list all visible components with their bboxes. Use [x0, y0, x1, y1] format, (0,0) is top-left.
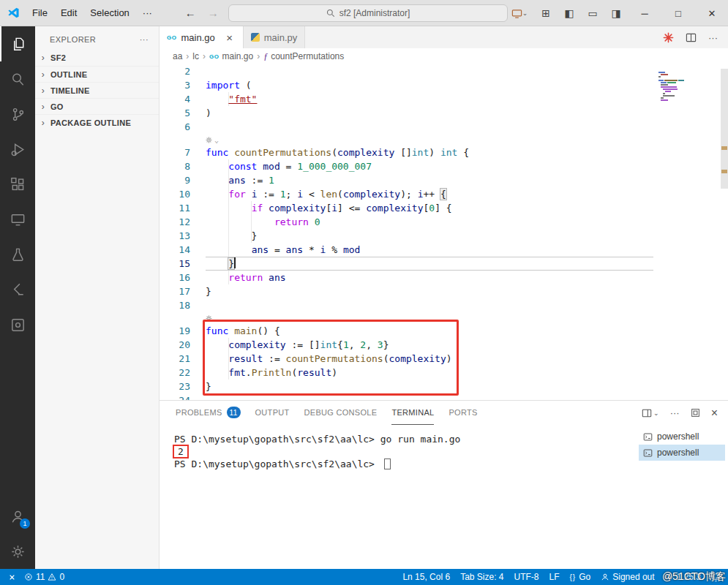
status-go-version[interactable]: 1.25.3 [665, 572, 701, 582]
code-line-3[interactable]: import ( [206, 78, 653, 92]
testing-icon[interactable] [0, 237, 35, 272]
sidebar-section-sf2[interactable]: ›SF2 [35, 50, 159, 66]
code-line-9[interactable]: ans := 1 [206, 173, 653, 187]
terminal-prompt: PS D:\mysetup\gopath\src\sf2\aa\lc> [174, 433, 375, 445]
panel-tab-debug-console[interactable]: DEBUG CONSOLE [304, 401, 378, 425]
panel-tab-problems[interactable]: PROBLEMS11 [176, 401, 241, 425]
status-label: UTF-8 [514, 572, 539, 582]
code-line-10[interactable]: for i := 1; i < len(complexity); i++ { [206, 187, 653, 201]
breadcrumb-separator: › [257, 51, 260, 61]
menu-selection[interactable]: Selection [83, 4, 135, 22]
sidebar-section-outline[interactable]: ›OUTLINE [35, 66, 159, 82]
tab-main.go[interactable]: GOmain.go× [160, 26, 244, 48]
code-line-7[interactable]: func countPermutations(complexity []int)… [206, 146, 653, 159]
panel-tab-ports[interactable]: PORTS [449, 401, 477, 425]
symbol-function-icon: ƒ [263, 51, 268, 62]
close-tab-icon[interactable]: × [224, 31, 236, 44]
code-line-18[interactable] [206, 298, 653, 312]
sidebar-section-timeline[interactable]: ›TIMELINE [35, 82, 159, 98]
overview-ruler-mark [721, 170, 727, 173]
sidebar-section-label: SF2 [50, 53, 66, 62]
code-line-17[interactable]: } [206, 284, 653, 298]
toggle-primary-sidebar-icon[interactable]: ◧ [558, 3, 580, 23]
panel-tab-output[interactable]: OUTPUT [255, 401, 290, 425]
more-actions-icon[interactable]: ··· [708, 32, 718, 43]
status-encoding[interactable]: UTF-8 [514, 572, 539, 582]
source-control-icon[interactable] [0, 97, 35, 132]
code-line-14[interactable]: ans = ans * i % mod [206, 243, 653, 257]
code-line-11[interactable]: if complexity[i] <= complexity[0] { [206, 201, 653, 215]
line-number: 13 [160, 229, 206, 243]
close-window-button[interactable]: ✕ [696, 0, 728, 26]
breadcrumb-item-countPermutations[interactable]: ƒcountPermutations [263, 51, 344, 62]
forward-icon[interactable]: → [202, 7, 225, 19]
status-language-mode[interactable]: {}Go [570, 572, 591, 582]
go-file-icon: GO [209, 53, 219, 60]
code-line-4[interactable]: "fmt" [206, 92, 653, 106]
code-line-15[interactable]: } [206, 257, 653, 271]
menu-edit[interactable]: Edit [54, 4, 83, 22]
status-accounts[interactable]: Signed out [601, 572, 654, 582]
code-editor[interactable]: 23import (4 "fmt"5)6⌄7func countPermutat… [160, 64, 728, 400]
status-indentation[interactable]: Tab Size: 4 [460, 572, 503, 582]
maximize-button[interactable]: □ [662, 0, 694, 26]
more-actions-icon[interactable]: ··· [670, 407, 680, 418]
code-line-13[interactable]: } [206, 229, 653, 243]
toggle-secondary-sidebar-icon[interactable]: ◨ [605, 3, 627, 23]
notifications-bell-icon[interactable] [711, 573, 721, 582]
settings-gear-icon[interactable] [0, 534, 35, 569]
sidebar-section-go[interactable]: ›GO [35, 98, 159, 114]
command-center-search[interactable]: sf2 [Administrator] [228, 4, 508, 22]
terminal-instance-powershell[interactable]: powershell [639, 429, 725, 445]
customize-layout-icon[interactable]: ⊞ [535, 3, 557, 23]
code-line-12[interactable]: return 0 [206, 215, 653, 229]
terminal-views-icon[interactable]: ⌄ [642, 408, 659, 418]
breadcrumb-item-main.go[interactable]: GOmain.go [209, 51, 253, 61]
run-code-icon[interactable] [663, 32, 674, 43]
explorer-icon[interactable] [0, 26, 35, 61]
tab-main.py[interactable]: main.py [244, 26, 306, 48]
search-box-text: sf2 [Administrator] [339, 8, 410, 18]
search-icon[interactable] [0, 61, 35, 97]
line-number: 20 [160, 338, 206, 352]
maximize-panel-icon[interactable] [691, 408, 700, 418]
codelens-run[interactable]: ⌄ [206, 134, 653, 146]
explorer-sidebar: EXPLORER ··· ›SF2›OUTLINE›TIMELINE›GO›PA… [35, 26, 160, 569]
menu-file[interactable]: File [26, 4, 54, 22]
remote-indicator-icon[interactable] [7, 573, 17, 582]
line-number: 24 [160, 393, 206, 400]
minimap[interactable] [657, 70, 692, 102]
split-editor-icon[interactable] [686, 32, 697, 43]
account-icon[interactable]: 1 [0, 499, 35, 534]
menu-more-icon[interactable]: ··· [136, 4, 159, 22]
terminal-output-annotated: 2 [173, 445, 189, 458]
status-cursor-position[interactable]: Ln 15, Col 6 [402, 572, 450, 582]
code-line-16[interactable]: return ans [206, 271, 653, 284]
tools-icon[interactable] [0, 307, 35, 342]
breadcrumb-item-aa[interactable]: aa [173, 51, 182, 61]
more-actions-icon[interactable]: ··· [140, 35, 149, 44]
back-icon[interactable]: ← [179, 7, 202, 19]
sidebar-section-package-outline[interactable]: ›PACKAGE OUTLINE [35, 114, 159, 130]
status-eol[interactable]: LF [549, 572, 560, 582]
leetcode-icon[interactable] [0, 272, 35, 307]
code-line-8[interactable]: const mod = 1_000_000_007 [206, 159, 653, 173]
toggle-panel-icon[interactable]: ▭ [582, 3, 604, 23]
extensions-icon[interactable] [0, 167, 35, 202]
problems-status[interactable]: 11 0 [24, 572, 64, 582]
text-cursor [234, 257, 236, 268]
run-debug-icon[interactable] [0, 132, 35, 167]
minimize-button[interactable]: ─ [628, 0, 661, 26]
sidebar-section-label: OUTLINE [50, 70, 87, 79]
breadcrumb-item-lc[interactable]: lc [192, 51, 199, 61]
terminal[interactable]: PS D:\mysetup\gopath\src\sf2\aa\lc> go r… [174, 433, 635, 470]
code-line-6[interactable] [206, 120, 653, 134]
code-line-5[interactable]: ) [206, 106, 653, 120]
panel-tab-terminal[interactable]: TERMINAL [391, 401, 434, 425]
terminal-instance-powershell[interactable]: powershell [639, 445, 725, 461]
open-remote-window-icon[interactable]: ⌄ [506, 3, 533, 23]
code-line-2[interactable] [206, 64, 653, 78]
chevron-right-icon: › [38, 69, 48, 80]
close-panel-icon[interactable]: × [711, 407, 718, 420]
remote-explorer-icon[interactable] [0, 202, 35, 237]
